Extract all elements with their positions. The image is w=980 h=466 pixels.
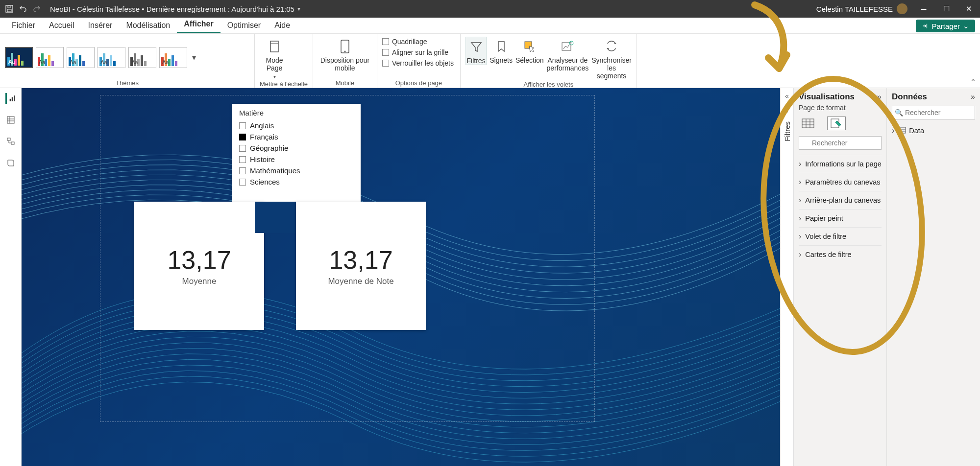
maximize-button[interactable]: ☐ bbox=[935, 0, 957, 18]
slicer-option[interactable]: Géographie bbox=[239, 142, 354, 154]
table-icon bbox=[898, 127, 906, 135]
title-dropdown-icon[interactable]: ▾ bbox=[294, 5, 300, 12]
format-row-filter-pane[interactable]: Volet de filtre bbox=[799, 227, 882, 245]
sync-icon bbox=[604, 39, 619, 54]
user-account[interactable]: Celestin TAILLEFESSE bbox=[816, 3, 912, 14]
svg-rect-1 bbox=[7, 9, 11, 12]
selection-button[interactable]: Sélection bbox=[515, 37, 544, 64]
theme-swatch-6[interactable]: Aa bbox=[159, 47, 187, 68]
build-visual-icon[interactable] bbox=[799, 116, 817, 130]
filters-pane-collapsed[interactable]: ⤴ Filtres bbox=[780, 88, 794, 466]
report-view-icon[interactable] bbox=[5, 93, 16, 104]
filters-label: Filtres bbox=[783, 121, 791, 141]
left-rail bbox=[0, 88, 22, 466]
group-label-page-options: Options de page bbox=[382, 78, 455, 87]
ribbon-tabs: Fichier Accueil Insérer Modélisation Aff… bbox=[0, 18, 980, 34]
dax-view-icon[interactable] bbox=[5, 158, 16, 168]
kpi-value: 13,17 bbox=[329, 245, 392, 275]
filters-button[interactable]: Filtres bbox=[466, 37, 487, 65]
kpi-value: 13,17 bbox=[167, 245, 231, 275]
chevron-down-icon: ▾ bbox=[273, 74, 276, 79]
theme-more-icon[interactable]: ▾ bbox=[190, 53, 198, 62]
viz-pane-subtitle: Page de format bbox=[799, 104, 882, 112]
data-view-icon[interactable] bbox=[5, 115, 16, 125]
ribbon: Aa Aa Aa Aa Aa Aa ▾ Thèmes Mode Page ▾ M… bbox=[0, 34, 980, 88]
format-row-canvas-settings[interactable]: Paramètres du canevas bbox=[799, 173, 882, 191]
svg-rect-18 bbox=[11, 142, 14, 144]
format-row-canvas-bg[interactable]: Arrière-plan du canevas bbox=[799, 191, 882, 209]
slicer-option[interactable]: Sciences bbox=[239, 176, 354, 187]
kpi-label: Moyenne bbox=[182, 277, 217, 286]
kpi-card-moyenne[interactable]: 13,17 Moyenne bbox=[134, 202, 264, 330]
svg-rect-13 bbox=[7, 116, 14, 123]
tab-accueil[interactable]: Accueil bbox=[42, 18, 81, 33]
close-button[interactable]: ✕ bbox=[957, 0, 980, 18]
tab-optimiser[interactable]: Optimiser bbox=[220, 18, 268, 33]
collapse-pane-icon[interactable] bbox=[971, 93, 975, 101]
tab-inserer[interactable]: Insérer bbox=[81, 18, 120, 33]
sync-slicers-button[interactable]: Synchroniser les segments bbox=[591, 37, 632, 80]
minimize-button[interactable]: ─ bbox=[912, 0, 935, 18]
share-button[interactable]: Partager ⌄ bbox=[916, 20, 975, 32]
group-label-scale: Mettre à l'échelle bbox=[260, 79, 308, 88]
svg-rect-17 bbox=[7, 138, 10, 140]
mode-page-button[interactable]: Mode Page ▾ bbox=[260, 37, 289, 79]
theme-swatch-2[interactable]: Aa bbox=[36, 47, 64, 68]
group-label-show-panes: Afficher les volets bbox=[466, 80, 632, 88]
svg-rect-0 bbox=[6, 5, 13, 12]
slicer-option[interactable]: Mathématiques bbox=[239, 165, 354, 176]
page-mode-icon bbox=[267, 39, 282, 54]
svg-rect-10 bbox=[9, 99, 11, 101]
tab-afficher[interactable]: Afficher bbox=[177, 16, 220, 33]
perf-analyzer-button[interactable]: Analyseur de performances bbox=[547, 37, 589, 72]
mobile-icon bbox=[337, 39, 353, 54]
filters-share-icon[interactable]: ⤴ bbox=[785, 107, 789, 115]
svg-rect-25 bbox=[899, 127, 906, 133]
filter-icon bbox=[468, 39, 484, 55]
theme-swatch-3[interactable]: Aa bbox=[67, 47, 95, 68]
snap-grid-checkbox[interactable]: Aligner sur la grille bbox=[382, 47, 448, 57]
bookmark-icon bbox=[493, 39, 509, 54]
slicer-option[interactable]: Anglais bbox=[239, 120, 354, 131]
expand-left-icon[interactable] bbox=[785, 92, 789, 100]
svg-rect-11 bbox=[11, 97, 12, 101]
group-label-themes: Thèmes bbox=[5, 78, 249, 87]
data-pane-title: Données bbox=[892, 92, 927, 102]
slicer-matiere[interactable]: Matière Anglais Français Géographie Hist… bbox=[232, 104, 361, 202]
redo-icon[interactable] bbox=[32, 4, 41, 13]
undo-icon[interactable] bbox=[19, 4, 27, 13]
selection-icon bbox=[522, 39, 538, 54]
viz-search-input[interactable] bbox=[799, 136, 882, 150]
theme-swatch-4[interactable]: Aa bbox=[98, 47, 125, 68]
lock-objects-checkbox[interactable]: Verrouiller les objets bbox=[382, 58, 454, 68]
gridlines-checkbox[interactable]: Quadrillage bbox=[382, 37, 427, 47]
search-icon: 🔍 bbox=[895, 109, 903, 116]
theme-swatch-5[interactable]: Aa bbox=[128, 47, 156, 68]
tab-modelisation[interactable]: Modélisation bbox=[119, 18, 177, 33]
data-search-input[interactable] bbox=[892, 106, 975, 119]
format-row-filter-cards[interactable]: Cartes de filtre bbox=[799, 245, 882, 263]
format-row-page-info[interactable]: Informations sur la page bbox=[799, 155, 882, 173]
data-table-item[interactable]: Data bbox=[892, 124, 975, 137]
window-title: NeoBI - Célestin Taillefesse • Dernière … bbox=[46, 5, 294, 13]
data-pane: Données 🔍 Data bbox=[887, 88, 980, 466]
save-icon[interactable] bbox=[5, 4, 14, 13]
tab-fichier[interactable]: Fichier bbox=[5, 18, 42, 33]
collapse-ribbon-icon[interactable]: ⌃ bbox=[970, 78, 976, 86]
theme-swatch-1[interactable]: Aa bbox=[5, 47, 33, 68]
avatar bbox=[897, 3, 907, 14]
format-row-wallpaper[interactable]: Papier peint bbox=[799, 209, 882, 227]
model-view-icon[interactable] bbox=[5, 136, 16, 147]
visualizations-pane: Visualisations Page de format 🔍 Informat… bbox=[794, 88, 887, 466]
slicer-option[interactable]: Histoire bbox=[239, 154, 354, 165]
collapse-pane-icon[interactable] bbox=[877, 93, 882, 101]
bookmarks-button[interactable]: Signets bbox=[490, 37, 513, 64]
report-canvas[interactable]: Matière Anglais Français Géographie Hist… bbox=[22, 88, 780, 466]
svg-point-6 bbox=[344, 51, 345, 52]
svg-rect-3 bbox=[270, 41, 278, 52]
format-page-icon[interactable] bbox=[827, 116, 846, 130]
tab-aide[interactable]: Aide bbox=[268, 18, 297, 33]
slicer-option[interactable]: Français bbox=[239, 131, 354, 142]
kpi-card-moyenne-note[interactable]: 13,17 Moyenne de Note bbox=[296, 202, 426, 330]
mobile-layout-button[interactable]: Disposition pour mobile bbox=[318, 37, 372, 72]
